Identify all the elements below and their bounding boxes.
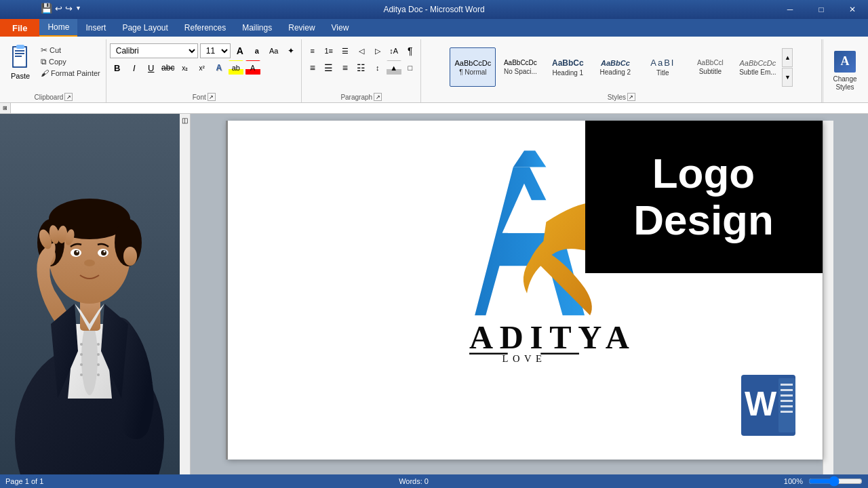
paragraph-content: ≡ 1≡ ☰ ◁ ▷ ↕A ¶ ≡ ☰ ≡ ☷ ↕ ▲ □ bbox=[305, 39, 418, 92]
text-effects-button[interactable]: A bbox=[212, 60, 226, 75]
style-normal-label: ¶ Normal bbox=[459, 68, 486, 76]
zoom-slider[interactable] bbox=[808, 476, 863, 487]
home-menu-item[interactable]: Home bbox=[39, 19, 77, 37]
highlight-color-button[interactable]: ab bbox=[229, 60, 243, 75]
style-heading2-preview: AaBbCc bbox=[601, 59, 630, 67]
format-painter-button[interactable]: 🖌 Format Painter bbox=[38, 68, 103, 79]
numbering-button[interactable]: 1≡ bbox=[321, 43, 336, 58]
ruler-corner[interactable]: ⊞ bbox=[0, 103, 11, 114]
decrease-indent-button[interactable]: ◁ bbox=[354, 43, 369, 58]
increase-indent-button[interactable]: ▷ bbox=[370, 43, 385, 58]
styles-scroll-up-button[interactable]: ▲ bbox=[782, 48, 793, 67]
italic-button[interactable]: I bbox=[127, 60, 142, 75]
subscript-button[interactable]: x₂ bbox=[178, 60, 193, 75]
ruler: ⊞ // Ruler ticks will be drawn via inlin… bbox=[0, 103, 868, 114]
borders-button[interactable]: □ bbox=[403, 60, 418, 75]
bold-button[interactable]: B bbox=[110, 60, 125, 75]
redo-icon[interactable]: ↪ bbox=[65, 3, 73, 14]
vertical-scrollbar[interactable] bbox=[823, 121, 833, 488]
shrink-font-button[interactable]: a bbox=[250, 43, 264, 58]
page-count: Page 1 of 1 bbox=[5, 477, 43, 485]
mailings-menu-item[interactable]: Mailings bbox=[234, 19, 280, 37]
bullets-button[interactable]: ≡ bbox=[305, 43, 320, 58]
svg-rect-52 bbox=[781, 394, 793, 396]
page-layout-menu-item[interactable]: Page Layout bbox=[114, 19, 176, 37]
svg-point-30 bbox=[84, 260, 95, 266]
font-group: Calibri 11 A a Aa ✦ B I U abc x₂ x² bbox=[107, 39, 302, 102]
svg-point-10 bbox=[81, 321, 98, 395]
change-styles-button[interactable]: A ChangeStyles bbox=[826, 47, 864, 96]
styles-group: AaBbCcDc ¶ Normal AaBbCcDc No Spaci... A… bbox=[422, 39, 822, 102]
style-heading1-preview: AaBbCc bbox=[552, 58, 584, 68]
multilevel-list-button[interactable]: ☰ bbox=[338, 43, 353, 58]
style-subtitle-label: Subtitle bbox=[699, 68, 722, 75]
style-normal-button[interactable]: AaBbCcDc ¶ Normal bbox=[450, 47, 496, 87]
style-heading1-button[interactable]: AaBbCc Heading 1 bbox=[545, 47, 591, 87]
font-color-button[interactable]: A bbox=[245, 60, 260, 75]
close-button[interactable]: ✕ bbox=[837, 0, 868, 19]
show-marks-button[interactable]: ¶ bbox=[403, 43, 418, 58]
strikethrough-button[interactable]: abc bbox=[161, 60, 176, 75]
svg-point-11 bbox=[80, 343, 83, 346]
status-bar: Page 1 of 1 Words: 0 100% bbox=[0, 474, 868, 488]
quick-access-dropdown[interactable]: ▼ bbox=[75, 5, 81, 12]
style-subtle-em-button[interactable]: AaBbCcDc Subtle Em... bbox=[734, 47, 781, 87]
svg-text:W: W bbox=[745, 385, 777, 423]
window-controls: ─ □ ✕ bbox=[774, 0, 868, 19]
change-case-button[interactable]: Aa bbox=[267, 43, 281, 58]
styles-expand-button[interactable]: ↗ bbox=[627, 93, 635, 101]
font-family-select[interactable]: Calibri bbox=[110, 43, 198, 58]
align-center-button[interactable]: ☰ bbox=[321, 60, 336, 75]
paragraph-expand-button[interactable]: ↗ bbox=[374, 93, 382, 101]
clear-formatting-button[interactable]: ✦ bbox=[283, 43, 298, 58]
style-title-button[interactable]: AaBI Title bbox=[639, 47, 686, 87]
references-menu-item[interactable]: References bbox=[176, 19, 234, 37]
insert-menu-item[interactable]: Insert bbox=[77, 19, 114, 37]
superscript-button[interactable]: x² bbox=[195, 60, 210, 75]
document-page: ADITYA LOVE Logo Design bbox=[226, 121, 823, 460]
align-left-button[interactable]: ≡ bbox=[305, 60, 320, 75]
style-no-spacing-label: No Spaci... bbox=[504, 68, 537, 75]
undo-icon[interactable]: ↩ bbox=[55, 3, 62, 14]
clipboard-expand-button[interactable]: ↗ bbox=[64, 93, 73, 101]
minimize-button[interactable]: ─ bbox=[774, 0, 806, 19]
font-size-select[interactable]: 11 bbox=[200, 43, 231, 58]
file-menu-button[interactable]: File bbox=[0, 19, 39, 37]
styles-content: AaBbCcDc ¶ Normal AaBbCcDc No Spaci... A… bbox=[450, 39, 793, 92]
word-count: Words: 0 bbox=[399, 477, 429, 485]
shading-button[interactable]: ▲ bbox=[387, 60, 401, 75]
sort-button[interactable]: ↕A bbox=[387, 43, 401, 58]
vertical-toolbar: ◫ bbox=[180, 114, 191, 488]
cut-button[interactable]: ✂ Cut bbox=[38, 45, 103, 56]
logo-design-text: Logo Design bbox=[633, 150, 774, 243]
line-spacing-button[interactable]: ↕ bbox=[370, 60, 385, 75]
paste-button[interactable]: Paste bbox=[4, 42, 37, 81]
style-no-spacing-button[interactable]: AaBbCcDc No Spaci... bbox=[497, 47, 543, 87]
maximize-button[interactable]: □ bbox=[806, 0, 837, 19]
font-expand-button[interactable]: ↗ bbox=[208, 93, 216, 101]
copy-button[interactable]: ⧉ Copy bbox=[38, 56, 103, 67]
paragraph-group-bottom: Paragraph ↗ bbox=[305, 92, 418, 102]
font-row-1: Calibri 11 A a Aa ✦ bbox=[110, 43, 298, 58]
styles-scroll-down-button[interactable]: ▼ bbox=[782, 68, 793, 87]
paragraph-group: ≡ 1≡ ☰ ◁ ▷ ↕A ¶ ≡ ☰ ≡ ☷ ↕ ▲ □ bbox=[302, 39, 421, 102]
svg-rect-3 bbox=[15, 50, 24, 52]
grow-font-button[interactable]: A bbox=[233, 43, 248, 58]
justify-button[interactable]: ☷ bbox=[354, 60, 369, 75]
align-right-button[interactable]: ≡ bbox=[338, 60, 353, 75]
save-icon[interactable]: 💾 bbox=[41, 3, 52, 14]
cut-icon: ✂ bbox=[41, 45, 47, 55]
underline-button[interactable]: U bbox=[144, 60, 159, 75]
zoom-level: 100% bbox=[784, 477, 803, 485]
svg-rect-2 bbox=[16, 45, 24, 49]
svg-point-17 bbox=[97, 363, 100, 366]
view-menu-item[interactable]: View bbox=[323, 19, 357, 37]
page-left-margin-line bbox=[226, 121, 228, 460]
svg-point-15 bbox=[97, 343, 100, 346]
draft-view-icon[interactable]: ◫ bbox=[182, 117, 188, 124]
style-subtle-em-label: Subtle Em... bbox=[739, 68, 776, 76]
review-menu-item[interactable]: Review bbox=[280, 19, 323, 37]
style-heading2-button[interactable]: AaBbCc Heading 2 bbox=[592, 47, 638, 87]
change-styles-section: A ChangeStyles bbox=[823, 39, 867, 102]
style-subtitle-button[interactable]: AaBbCcl Subtitle bbox=[687, 47, 733, 87]
